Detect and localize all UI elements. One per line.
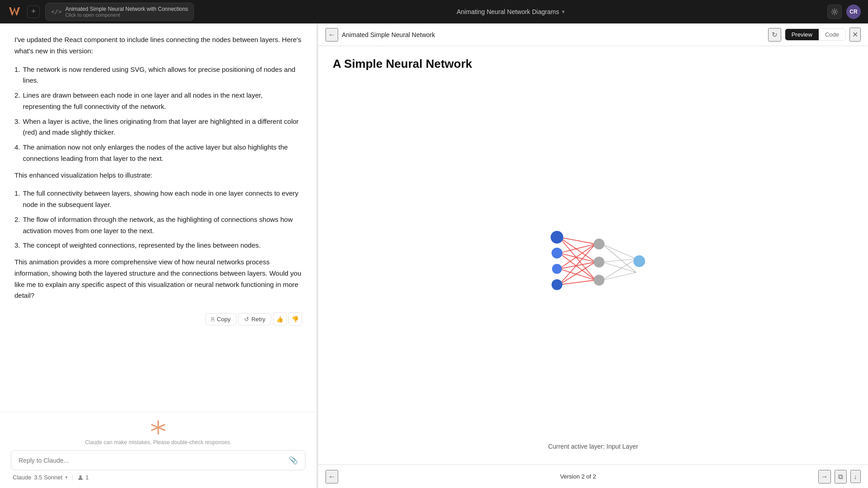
chat-panel: I've updated the React component to incl… xyxy=(0,23,316,488)
reply-input[interactable] xyxy=(19,457,289,464)
top-bar-left: + </> Animated Simple Neural Network wit… xyxy=(7,3,194,21)
message-enhanced: This enhanced visualization helps to ill… xyxy=(14,170,302,181)
neural-network-container: A Simple Neural Network xyxy=(318,46,868,465)
svg-line-17 xyxy=(602,244,636,259)
nn-status: Current active layer: Input Layer xyxy=(333,437,854,454)
list-item: 2. The flow of information through the n… xyxy=(14,214,302,237)
anthropic-logo-icon xyxy=(7,5,22,19)
claude-logo-row xyxy=(11,419,306,436)
message-list-1: 1. The network is now rendered using SVG… xyxy=(14,64,302,164)
chevron-down-icon: ▾ xyxy=(562,9,565,15)
component-pill-sub: Click to open component xyxy=(65,12,188,18)
retry-button[interactable]: ↺ Retry xyxy=(238,313,271,325)
preview-tab-preview[interactable]: Preview xyxy=(785,29,819,40)
thumbs-down-icon: 👎 xyxy=(292,316,299,323)
model-select-arrow[interactable]: ▾ xyxy=(65,474,68,480)
list-item: 1. The full connectivity between layers,… xyxy=(14,188,302,211)
claude-asterisk-icon xyxy=(150,419,166,436)
top-bar-center: Animating Neural Network Diagrams ▾ xyxy=(457,8,564,15)
svg-point-4 xyxy=(80,475,82,478)
nn-title: A Simple Neural Network xyxy=(333,57,854,71)
copy-version-button[interactable]: ⧉ xyxy=(835,470,847,483)
version-label: Version 2 of 2 xyxy=(342,473,815,480)
nn-svg xyxy=(516,210,670,310)
conversation-title: Animating Neural Network Diagrams xyxy=(457,8,559,15)
model-separator xyxy=(72,474,73,481)
list-item: 3. The concept of weighted connections, … xyxy=(14,240,302,251)
svg-point-0 xyxy=(833,10,835,13)
model-row: Claude 3.5 Sonnet ▾ 1 xyxy=(11,474,306,481)
output-node-1 xyxy=(633,255,645,267)
main-content: I've updated the React component to incl… xyxy=(0,23,868,488)
svg-line-22 xyxy=(602,272,636,280)
input-node-4 xyxy=(552,279,562,290)
top-bar: + </> Animated Simple Neural Network wit… xyxy=(0,0,868,23)
message-intro: I've updated the React component to incl… xyxy=(14,34,302,57)
copy-icon: ⎘ xyxy=(211,316,215,323)
input-node-1 xyxy=(551,231,563,244)
preview-footer: ← Version 2 of 2 → ⧉ ↓ xyxy=(318,465,868,488)
svg-line-10 xyxy=(559,253,595,280)
copy-button[interactable]: ⎘ Copy xyxy=(205,313,236,325)
svg-line-21 xyxy=(602,259,636,280)
svg-line-8 xyxy=(559,244,595,253)
message-actions: ⎘ Copy ↺ Retry 👍 👎 xyxy=(14,309,302,328)
thumbs-up-icon: 👍 xyxy=(276,316,283,323)
person-icon xyxy=(77,474,84,481)
preview-content: A Simple Neural Network xyxy=(318,46,868,465)
preview-refresh-button[interactable]: ↻ xyxy=(768,28,781,42)
component-pill-text: Animated Simple Neural Network with Conn… xyxy=(65,6,188,18)
new-chat-button[interactable]: + xyxy=(27,5,40,18)
reply-input-wrap[interactable]: 📎 xyxy=(11,450,306,470)
chat-footer: Claude can make mistakes. Please double-… xyxy=(0,412,316,488)
list-item: 2. Lines are drawn between each node in … xyxy=(14,90,302,113)
hidden-node-1 xyxy=(594,239,604,249)
thumbs-up-button[interactable]: 👍 xyxy=(273,312,287,326)
preview-tab-group: Preview Code xyxy=(785,28,846,41)
settings-button[interactable] xyxy=(827,5,842,19)
input-node-2 xyxy=(552,248,562,258)
top-bar-right: CR xyxy=(827,5,861,19)
preview-close-button[interactable]: ✕ xyxy=(849,28,861,42)
user-avatar[interactable]: CR xyxy=(846,5,861,19)
nn-visualization xyxy=(333,82,854,437)
chat-messages: I've updated the React component to incl… xyxy=(0,23,316,412)
member-count: 1 xyxy=(85,474,89,481)
component-pill-title: Animated Simple Neural Network with Conn… xyxy=(65,6,188,12)
hidden-node-2 xyxy=(594,257,604,267)
list-item: 3. When a layer is active, the lines ori… xyxy=(14,116,302,139)
retry-icon: ↺ xyxy=(244,316,249,323)
input-node-3 xyxy=(552,264,562,274)
model-name: Claude xyxy=(13,474,31,481)
message-outro: This animation provides a more comprehen… xyxy=(14,257,302,301)
preview-tab-code[interactable]: Code xyxy=(819,29,845,40)
list-item: 1. The network is now rendered using SVG… xyxy=(14,64,302,87)
svg-line-18 xyxy=(602,244,636,272)
hidden-node-3 xyxy=(594,275,604,286)
preview-panel: ← Animated Simple Neural Network ↻ Previ… xyxy=(318,23,868,488)
svg-line-20 xyxy=(602,262,636,272)
version-prev-button[interactable]: ← xyxy=(326,470,338,483)
preview-header: ← Animated Simple Neural Network ↻ Previ… xyxy=(318,23,868,46)
attach-button[interactable]: 📎 xyxy=(289,456,298,465)
message-list-2: 1. The full connectivity between layers,… xyxy=(14,188,302,251)
preview-title: Animated Simple Neural Network xyxy=(342,31,764,38)
component-pill[interactable]: </> Animated Simple Neural Network with … xyxy=(45,3,194,21)
model-version: 3.5 Sonnet xyxy=(34,474,62,481)
thumbs-down-button[interactable]: 👎 xyxy=(288,312,302,326)
preview-back-button[interactable]: ← xyxy=(326,28,338,42)
version-next-button[interactable]: → xyxy=(818,470,831,483)
download-button[interactable]: ↓ xyxy=(850,470,861,483)
list-item: 4. The animation now not only enlarges t… xyxy=(14,142,302,164)
code-icon: </> xyxy=(51,8,61,15)
model-count: 1 xyxy=(77,474,89,481)
disclaimer-text: Claude can make mistakes. Please double-… xyxy=(11,439,306,446)
svg-line-19 xyxy=(602,259,636,262)
